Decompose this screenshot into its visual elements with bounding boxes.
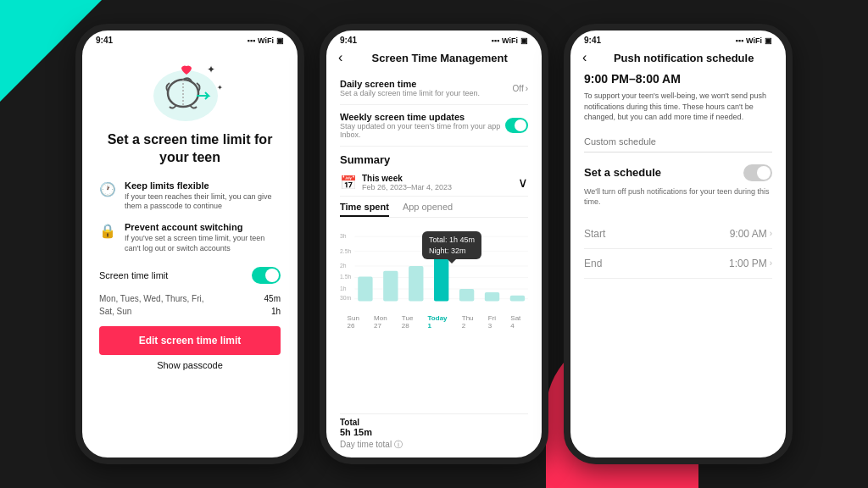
tab-app-opened[interactable]: App opened <box>403 202 453 217</box>
feature1-desc: If your teen reaches their limit, you ca… <box>125 192 281 212</box>
day-mon: Mon27 <box>374 314 387 330</box>
feature2-title: Prevent account switching <box>125 222 281 232</box>
week-label: This week <box>362 174 452 183</box>
battery-icon-3: ▣ <box>765 36 772 45</box>
clock-icon: 🕐 <box>99 181 116 197</box>
day-today: Today1 <box>428 314 448 330</box>
show-passcode-link[interactable]: Show passcode <box>157 360 223 370</box>
custom-schedule-input[interactable] <box>584 131 772 152</box>
feature-text-2: Prevent account switching If you've set … <box>125 222 281 253</box>
feature-text-1: Keep limits flexible If your teen reache… <box>125 180 281 212</box>
svg-text:1h: 1h <box>340 286 347 291</box>
start-time-row[interactable]: Start 9:00 AM › <box>584 219 772 249</box>
end-val: 1:00 PM <box>729 258 767 269</box>
time-range-desc: To support your teen's well-being, we wo… <box>584 91 772 123</box>
set-schedule-row: Set a schedule <box>584 164 772 181</box>
weekday-val: 45m <box>264 294 281 303</box>
end-val-group: 1:00 PM › <box>729 258 772 269</box>
nav-title-2: Screen Time Management <box>349 52 530 64</box>
wifi-icon-3: WiFi <box>746 36 762 45</box>
weekly-toggle[interactable] <box>505 118 528 133</box>
total-val: 5h 15m <box>340 427 528 437</box>
svg-text:✦: ✦ <box>217 84 223 92</box>
nav-bar-2: ‹ Screen Time Management <box>326 47 542 72</box>
weekday-time-row: Mon, Tues, Wed, Thurs, Fri, 45m <box>99 292 281 305</box>
signal-icon-2: ▪▪▪ <box>492 36 500 45</box>
feature1-title: Keep limits flexible <box>125 180 281 191</box>
day-sun: Sun26 <box>348 314 359 330</box>
svg-text:1.5h: 1.5h <box>340 274 351 280</box>
wifi-icon-2: WiFi <box>502 36 518 45</box>
bar-chart: 3h 2.5h 2h 1.5h 1h 30m <box>340 225 528 309</box>
set-schedule-label: Set a schedule <box>584 166 661 179</box>
svg-rect-23 <box>510 296 525 302</box>
weekend-time-row: Sat, Sun 1h <box>99 305 281 318</box>
daily-desc: Set a daily screen time limit for your t… <box>340 89 480 97</box>
weekly-title: Weekly screen time updates <box>340 112 505 122</box>
day-total-label: Day time total ⓘ <box>340 439 528 451</box>
status-bar-3: 9:41 ▪▪▪ WiFi ▣ <box>570 30 786 47</box>
toggle-label: Screen time limit <box>99 270 168 280</box>
total-section: Total 5h 15m Day time total ⓘ <box>340 413 528 451</box>
daily-screen-time-row: Daily screen time Set a daily screen tim… <box>340 72 528 105</box>
feature2-desc: If you've set a screen time limit, your … <box>125 234 281 253</box>
weekly-updates-row: Weekly screen time updates Stay updated … <box>340 105 528 147</box>
status-icons-2: ▪▪▪ WiFi ▣ <box>492 36 529 45</box>
back-button-2[interactable]: ‹ <box>338 50 342 65</box>
time-range-title: 9:00 PM–8:00 AM <box>584 72 772 86</box>
svg-rect-20 <box>434 248 448 302</box>
start-label: Start <box>584 228 605 240</box>
svg-text:2.5h: 2.5h <box>340 248 351 254</box>
start-val: 9:00 AM <box>730 228 767 240</box>
start-val-group: 9:00 AM › <box>730 228 772 240</box>
screen-time-toggle-row: Screen time limit <box>99 263 281 287</box>
status-bar-1: 9:41 ▪▪▪ WiFi ▣ <box>82 30 298 47</box>
phone3-body: 9:00 PM–8:00 AM To support your teen's w… <box>570 72 786 458</box>
weekend-val: 1h <box>271 307 281 316</box>
wifi-icon: WiFi <box>258 36 274 45</box>
week-row-left: 📅 This week Feb 26, 2023–Mar 4, 2023 <box>340 174 452 191</box>
signal-icon: ▪▪▪ <box>248 36 256 45</box>
svg-rect-21 <box>459 289 474 301</box>
day-labels: Sun26 Mon27 Tue28 Today1 Thu2 Fri3 Sat4 <box>340 314 528 330</box>
phone-2: 9:41 ▪▪▪ WiFi ▣ ‹ Screen Time Management… <box>320 24 548 464</box>
chart-area: 3h 2.5h 2h 1.5h 1h 30m <box>340 225 528 410</box>
end-time-row[interactable]: End 1:00 PM › <box>584 249 772 279</box>
daily-title: Daily screen time <box>340 79 480 89</box>
svg-text:2h: 2h <box>340 263 347 269</box>
svg-rect-22 <box>485 292 499 302</box>
tab-time-spent[interactable]: Time spent <box>340 202 389 217</box>
status-time-2: 9:41 <box>340 36 357 45</box>
svg-rect-18 <box>383 271 398 302</box>
screen-time-toggle[interactable] <box>252 267 281 284</box>
signal-icon-3: ▪▪▪ <box>736 36 744 45</box>
summary-title: Summary <box>340 153 528 166</box>
back-button-3[interactable]: ‹ <box>582 50 587 65</box>
phones-container: 9:41 ▪▪▪ WiFi ▣ <box>75 24 793 464</box>
day-thu: Thu2 <box>462 314 474 330</box>
phone1-title: Set a screen time limit for your teen <box>99 131 281 167</box>
daily-left: Daily screen time Set a daily screen tim… <box>340 79 480 97</box>
set-schedule-toggle[interactable] <box>743 164 772 181</box>
phone1-illustration: ✦ ✦ <box>139 47 241 123</box>
lock-icon: 🔒 <box>99 223 116 239</box>
chevron-right-end: › <box>770 258 772 268</box>
battery-icon: ▣ <box>276 36 284 45</box>
tabs-row: Time spent App opened <box>340 202 528 218</box>
svg-text:30m: 30m <box>340 295 352 301</box>
battery-icon-2: ▣ <box>520 36 528 45</box>
chevron-right-icon: › <box>526 84 528 93</box>
status-icons-1: ▪▪▪ WiFi ▣ <box>248 36 285 45</box>
feature-item-2: 🔒 Prevent account switching If you've se… <box>99 222 281 253</box>
phone-3: 9:41 ▪▪▪ WiFi ▣ ‹ Push notification sche… <box>564 24 793 464</box>
chevron-down-icon[interactable]: ∨ <box>518 175 528 191</box>
svg-text:✦: ✦ <box>207 64 215 75</box>
phone-1: 9:41 ▪▪▪ WiFi ▣ <box>75 24 304 464</box>
week-row: 📅 This week Feb 26, 2023–Mar 4, 2023 ∨ <box>340 169 528 197</box>
schedule-desc: We'll turn off push notifications for yo… <box>584 186 772 208</box>
edit-screen-time-button[interactable]: Edit screen time limit <box>99 326 281 355</box>
daily-right[interactable]: Off › <box>513 84 529 93</box>
phone1-body: ✦ ✦ Set a screen time limit for your tee… <box>82 47 298 458</box>
status-icons-3: ▪▪▪ WiFi ▣ <box>736 36 773 45</box>
phone2-body: Daily screen time Set a daily screen tim… <box>326 72 542 458</box>
